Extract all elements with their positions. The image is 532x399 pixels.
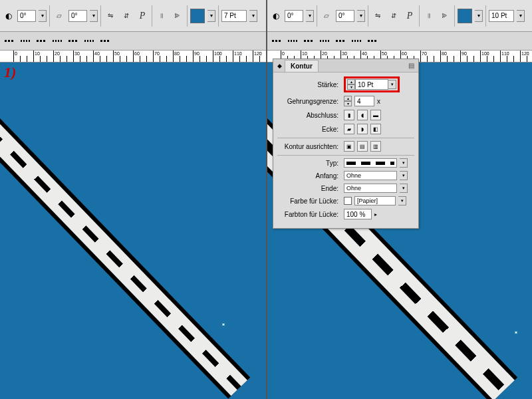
align-icon[interactable]: ⫴: [422, 9, 436, 23]
annotation-1: 1): [4, 64, 16, 81]
angle2-dropdown[interactable]: ▾: [90, 10, 98, 22]
dash-style-icon[interactable]: [286, 35, 299, 48]
dash-style-icon[interactable]: [270, 35, 283, 48]
ende-dropdown[interactable]: ▾: [400, 184, 408, 193]
dash-style-icon[interactable]: [51, 35, 64, 48]
angle2-dropdown-r[interactable]: ▾: [357, 10, 365, 22]
join-bevel-icon[interactable]: ◧: [370, 124, 381, 134]
anfang-select[interactable]: Ohne: [344, 171, 397, 180]
panel-header[interactable]: ◆ Kontur ▤: [273, 59, 418, 72]
align-icon[interactable]: ⫴: [155, 9, 168, 23]
stroke-weight-dropdown-r[interactable]: ▾: [517, 10, 525, 22]
gehrungs-label: Gehrungsgrenze:: [277, 98, 341, 105]
dash-style-icon[interactable]: [66, 35, 80, 48]
fill-dropdown[interactable]: ▾: [207, 10, 215, 22]
farbe-label: Farbe für Lücke:: [277, 198, 341, 205]
farbe-dropdown[interactable]: ▾: [398, 196, 406, 205]
staerke-input[interactable]: [355, 79, 388, 90]
gehrungs-input[interactable]: [354, 96, 374, 106]
rotation-widget-icon[interactable]: ◐: [3, 10, 15, 22]
cap-butt-icon[interactable]: ▮: [344, 110, 354, 120]
road-path[interactable]: [0, 43, 250, 398]
cap-project-icon[interactable]: ▬: [370, 110, 381, 120]
gehrungs-spinner[interactable]: ▴▾: [344, 96, 352, 106]
align-center-icon[interactable]: ▣: [344, 141, 354, 152]
join-round-icon[interactable]: ◗: [357, 124, 368, 134]
align-inside-icon[interactable]: ▤: [357, 141, 368, 152]
flip-h-icon[interactable]: ⇋: [371, 9, 384, 23]
dash-style-icon[interactable]: [98, 35, 112, 48]
stroke-weight-dropdown[interactable]: ▾: [249, 10, 257, 22]
horizontal-ruler-left[interactable]: 0102030405060708090100110120: [0, 51, 266, 63]
gap-color-swatch[interactable]: [344, 197, 352, 205]
dash-style-icon[interactable]: [318, 35, 331, 48]
ecke-label: Ecke:: [277, 126, 341, 133]
canvas-left[interactable]: [0, 63, 266, 399]
stroke-weight-input-left[interactable]: [221, 10, 247, 22]
dash-style-icon[interactable]: [350, 35, 363, 48]
angle1-input-r[interactable]: [285, 10, 303, 22]
ende-select[interactable]: Ohne: [344, 184, 397, 193]
staerke-spinner[interactable]: ▴▾: [347, 79, 355, 90]
dash-style-icon[interactable]: [3, 35, 16, 48]
flip-v-icon[interactable]: ⇵: [120, 9, 133, 23]
angle1-dropdown-r[interactable]: ▾: [306, 10, 314, 22]
left-pane: ◐ ▾ ▱ ▾ ⇋ ⇵ P ⫴ ⫸ ▾ ▾: [0, 0, 266, 399]
angle2-input-r[interactable]: [336, 10, 354, 22]
selection-handle[interactable]: [515, 331, 517, 334]
text-paragraph-icon[interactable]: P: [136, 9, 149, 23]
gehrungs-unit: x: [377, 98, 380, 105]
typ-dropdown[interactable]: ▾: [400, 158, 408, 168]
anfang-label: Anfang:: [277, 172, 341, 180]
control-bar-left: ◐ ▾ ▱ ▾ ⇋ ⇵ P ⫴ ⫸ ▾ ▾: [0, 0, 266, 32]
angle1-input[interactable]: [17, 10, 36, 22]
highlight-box: ▴▾ ▾: [344, 76, 400, 92]
angle2-input[interactable]: [68, 10, 87, 22]
stroke-panel: ◆ Kontur ▤ Stärke: ▴▾ ▾ Gehrungsgrenze: …: [273, 59, 419, 229]
join-miter-icon[interactable]: ▰: [344, 124, 354, 134]
ausrichten-label: Kontur ausrichten:: [277, 143, 341, 150]
stroke-weight-input-right[interactable]: [489, 10, 514, 22]
staerke-label: Stärke:: [277, 81, 341, 88]
distribute-icon[interactable]: ⫸: [438, 9, 452, 23]
flip-v-icon[interactable]: ⇵: [387, 9, 400, 23]
road-inner: [0, 45, 247, 396]
flip-h-icon[interactable]: ⇋: [104, 9, 117, 23]
typ-label: Typ:: [277, 160, 341, 167]
fill-swatch[interactable]: [190, 9, 205, 23]
fill-swatch-r[interactable]: [458, 9, 472, 23]
farbe-select[interactable]: [Papier]: [354, 196, 396, 205]
panel-title[interactable]: Kontur: [285, 60, 319, 72]
road-dash: [0, 51, 241, 390]
cap-round-icon[interactable]: ◖: [357, 110, 368, 120]
dash-style-icon[interactable]: [366, 35, 379, 48]
staerke-dropdown[interactable]: ▾: [388, 80, 396, 89]
ende-label: Ende:: [277, 185, 341, 192]
farbton-label: Farbton für Lücke:: [277, 211, 341, 218]
text-paragraph-icon[interactable]: P: [403, 9, 416, 23]
dash-style-icon[interactable]: [19, 35, 32, 48]
selection-handle[interactable]: [222, 323, 225, 326]
panel-collapse-icon[interactable]: ◆: [277, 63, 282, 69]
anfang-dropdown[interactable]: ▾: [400, 171, 408, 180]
dash-style-icon[interactable]: [334, 35, 347, 48]
fill-dropdown-r[interactable]: ▾: [475, 10, 483, 22]
typ-select[interactable]: [344, 158, 397, 168]
panel-menu-icon[interactable]: ▤: [408, 62, 414, 69]
control-bar-right: ◐ ▾ ▱ ▾ ⇋ ⇵ P ⫴ ⫸ ▾ ▾: [267, 0, 532, 32]
distribute-icon[interactable]: ⫸: [171, 9, 184, 23]
dash-style-icon[interactable]: [82, 35, 96, 48]
toolbar-row2-left: [0, 32, 266, 51]
dash-style-icon[interactable]: [302, 35, 315, 48]
angle1-dropdown[interactable]: ▾: [39, 10, 47, 22]
abschluss-label: Abschluss:: [277, 112, 341, 119]
shear-icon[interactable]: ▱: [53, 9, 66, 23]
align-outside-icon[interactable]: ▥: [370, 141, 381, 152]
rotation-widget-icon[interactable]: ◐: [270, 10, 282, 22]
shear-icon[interactable]: ▱: [320, 9, 333, 23]
farbton-input[interactable]: [344, 209, 372, 219]
farbton-slider-icon[interactable]: ▸: [374, 211, 377, 217]
right-pane: ◐ ▾ ▱ ▾ ⇋ ⇵ P ⫴ ⫸ ▾ ▾: [266, 0, 532, 399]
toolbar-row2-right: [267, 32, 532, 51]
dash-style-icon[interactable]: [35, 35, 48, 48]
